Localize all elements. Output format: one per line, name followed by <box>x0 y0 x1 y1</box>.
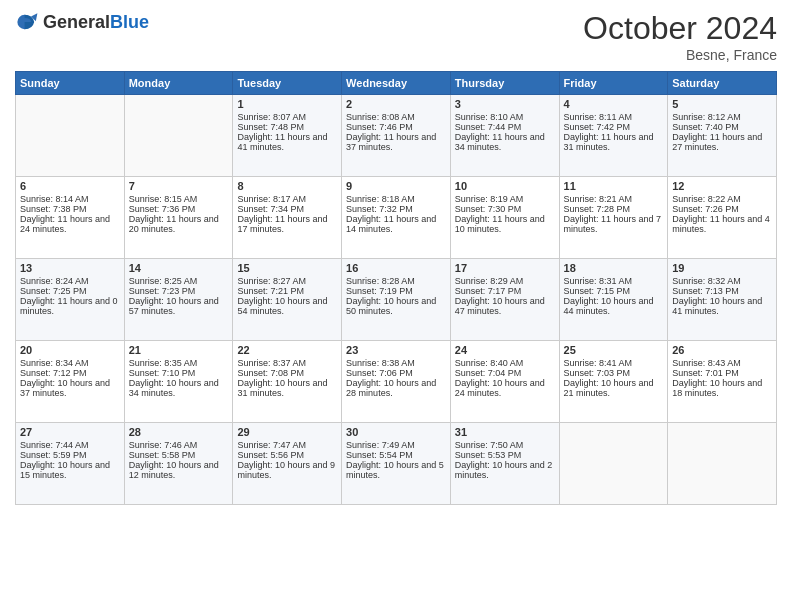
sunset-text: Sunset: 7:15 PM <box>564 286 664 296</box>
logo: GeneralBlue <box>15 10 149 34</box>
sunrise-text: Sunrise: 7:44 AM <box>20 440 120 450</box>
month-title: October 2024 <box>583 10 777 47</box>
daylight-text: Daylight: 11 hours and 27 minutes. <box>672 132 772 152</box>
day-number: 27 <box>20 426 120 438</box>
sunset-text: Sunset: 7:26 PM <box>672 204 772 214</box>
sunset-text: Sunset: 7:32 PM <box>346 204 446 214</box>
calendar-cell: 3Sunrise: 8:10 AMSunset: 7:44 PMDaylight… <box>450 95 559 177</box>
calendar-cell: 2Sunrise: 8:08 AMSunset: 7:46 PMDaylight… <box>342 95 451 177</box>
day-number: 10 <box>455 180 555 192</box>
daylight-text: Daylight: 11 hours and 7 minutes. <box>564 214 664 234</box>
sunrise-text: Sunrise: 7:47 AM <box>237 440 337 450</box>
calendar-week-row: 13Sunrise: 8:24 AMSunset: 7:25 PMDayligh… <box>16 259 777 341</box>
weekday-header: Friday <box>559 72 668 95</box>
calendar-cell <box>124 95 233 177</box>
weekday-header: Wednesday <box>342 72 451 95</box>
sunset-text: Sunset: 5:53 PM <box>455 450 555 460</box>
day-number: 17 <box>455 262 555 274</box>
sunrise-text: Sunrise: 7:50 AM <box>455 440 555 450</box>
calendar-cell: 1Sunrise: 8:07 AMSunset: 7:48 PMDaylight… <box>233 95 342 177</box>
weekday-header: Saturday <box>668 72 777 95</box>
sunrise-text: Sunrise: 8:40 AM <box>455 358 555 368</box>
calendar-week-row: 1Sunrise: 8:07 AMSunset: 7:48 PMDaylight… <box>16 95 777 177</box>
calendar-cell: 22Sunrise: 8:37 AMSunset: 7:08 PMDayligh… <box>233 341 342 423</box>
calendar-cell: 21Sunrise: 8:35 AMSunset: 7:10 PMDayligh… <box>124 341 233 423</box>
sunrise-text: Sunrise: 8:22 AM <box>672 194 772 204</box>
sunrise-text: Sunrise: 8:32 AM <box>672 276 772 286</box>
daylight-text: Daylight: 10 hours and 54 minutes. <box>237 296 337 316</box>
sunset-text: Sunset: 7:44 PM <box>455 122 555 132</box>
daylight-text: Daylight: 10 hours and 12 minutes. <box>129 460 229 480</box>
daylight-text: Daylight: 10 hours and 5 minutes. <box>346 460 446 480</box>
sunrise-text: Sunrise: 8:37 AM <box>237 358 337 368</box>
sunrise-text: Sunrise: 8:14 AM <box>20 194 120 204</box>
sunset-text: Sunset: 7:46 PM <box>346 122 446 132</box>
sunset-text: Sunset: 7:23 PM <box>129 286 229 296</box>
sunrise-text: Sunrise: 8:08 AM <box>346 112 446 122</box>
calendar-cell: 23Sunrise: 8:38 AMSunset: 7:06 PMDayligh… <box>342 341 451 423</box>
sunset-text: Sunset: 7:06 PM <box>346 368 446 378</box>
daylight-text: Daylight: 11 hours and 14 minutes. <box>346 214 446 234</box>
day-number: 25 <box>564 344 664 356</box>
day-number: 15 <box>237 262 337 274</box>
sunrise-text: Sunrise: 8:10 AM <box>455 112 555 122</box>
daylight-text: Daylight: 10 hours and 24 minutes. <box>455 378 555 398</box>
sunset-text: Sunset: 7:42 PM <box>564 122 664 132</box>
calendar-cell: 31Sunrise: 7:50 AMSunset: 5:53 PMDayligh… <box>450 423 559 505</box>
logo-icon <box>15 10 39 34</box>
calendar-cell: 17Sunrise: 8:29 AMSunset: 7:17 PMDayligh… <box>450 259 559 341</box>
day-number: 7 <box>129 180 229 192</box>
daylight-text: Daylight: 10 hours and 21 minutes. <box>564 378 664 398</box>
daylight-text: Daylight: 11 hours and 41 minutes. <box>237 132 337 152</box>
day-number: 13 <box>20 262 120 274</box>
sunset-text: Sunset: 7:03 PM <box>564 368 664 378</box>
sunrise-text: Sunrise: 8:12 AM <box>672 112 772 122</box>
sunset-text: Sunset: 7:10 PM <box>129 368 229 378</box>
day-number: 24 <box>455 344 555 356</box>
daylight-text: Daylight: 10 hours and 28 minutes. <box>346 378 446 398</box>
calendar-cell: 28Sunrise: 7:46 AMSunset: 5:58 PMDayligh… <box>124 423 233 505</box>
sunset-text: Sunset: 5:59 PM <box>20 450 120 460</box>
weekday-header-row: SundayMondayTuesdayWednesdayThursdayFrid… <box>16 72 777 95</box>
sunrise-text: Sunrise: 8:17 AM <box>237 194 337 204</box>
calendar-cell: 20Sunrise: 8:34 AMSunset: 7:12 PMDayligh… <box>16 341 125 423</box>
day-number: 29 <box>237 426 337 438</box>
sunrise-text: Sunrise: 8:25 AM <box>129 276 229 286</box>
calendar-cell <box>16 95 125 177</box>
daylight-text: Daylight: 11 hours and 17 minutes. <box>237 214 337 234</box>
daylight-text: Daylight: 10 hours and 31 minutes. <box>237 378 337 398</box>
day-number: 1 <box>237 98 337 110</box>
calendar-cell: 24Sunrise: 8:40 AMSunset: 7:04 PMDayligh… <box>450 341 559 423</box>
calendar-cell: 19Sunrise: 8:32 AMSunset: 7:13 PMDayligh… <box>668 259 777 341</box>
title-block: October 2024 Besne, France <box>583 10 777 63</box>
daylight-text: Daylight: 10 hours and 15 minutes. <box>20 460 120 480</box>
daylight-text: Daylight: 10 hours and 18 minutes. <box>672 378 772 398</box>
sunrise-text: Sunrise: 8:43 AM <box>672 358 772 368</box>
day-number: 23 <box>346 344 446 356</box>
sunrise-text: Sunrise: 8:31 AM <box>564 276 664 286</box>
sunrise-text: Sunrise: 8:35 AM <box>129 358 229 368</box>
calendar-cell: 18Sunrise: 8:31 AMSunset: 7:15 PMDayligh… <box>559 259 668 341</box>
sunrise-text: Sunrise: 8:29 AM <box>455 276 555 286</box>
sunset-text: Sunset: 7:04 PM <box>455 368 555 378</box>
calendar-cell: 10Sunrise: 8:19 AMSunset: 7:30 PMDayligh… <box>450 177 559 259</box>
day-number: 18 <box>564 262 664 274</box>
sunset-text: Sunset: 5:58 PM <box>129 450 229 460</box>
daylight-text: Daylight: 10 hours and 57 minutes. <box>129 296 229 316</box>
calendar-cell: 27Sunrise: 7:44 AMSunset: 5:59 PMDayligh… <box>16 423 125 505</box>
sunrise-text: Sunrise: 8:28 AM <box>346 276 446 286</box>
daylight-text: Daylight: 10 hours and 47 minutes. <box>455 296 555 316</box>
sunset-text: Sunset: 7:21 PM <box>237 286 337 296</box>
calendar-cell: 26Sunrise: 8:43 AMSunset: 7:01 PMDayligh… <box>668 341 777 423</box>
day-number: 2 <box>346 98 446 110</box>
calendar-week-row: 20Sunrise: 8:34 AMSunset: 7:12 PMDayligh… <box>16 341 777 423</box>
sunset-text: Sunset: 7:48 PM <box>237 122 337 132</box>
location-title: Besne, France <box>583 47 777 63</box>
sunrise-text: Sunrise: 8:21 AM <box>564 194 664 204</box>
daylight-text: Daylight: 10 hours and 50 minutes. <box>346 296 446 316</box>
calendar-cell: 11Sunrise: 8:21 AMSunset: 7:28 PMDayligh… <box>559 177 668 259</box>
day-number: 30 <box>346 426 446 438</box>
calendar-cell: 8Sunrise: 8:17 AMSunset: 7:34 PMDaylight… <box>233 177 342 259</box>
calendar-cell: 30Sunrise: 7:49 AMSunset: 5:54 PMDayligh… <box>342 423 451 505</box>
day-number: 19 <box>672 262 772 274</box>
